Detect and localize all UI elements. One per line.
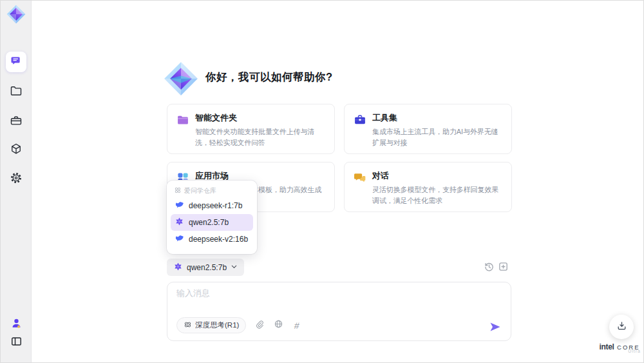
sidebar-item-panel-toggle[interactable] <box>6 332 26 353</box>
toolset-icon <box>354 113 366 126</box>
chevron-down-icon <box>231 263 238 272</box>
greeting-logo-icon <box>164 61 198 96</box>
card-text: 工具集 集成市场上主流工具，助力AI与外界无缝扩展与对接 <box>372 113 504 146</box>
topic-button[interactable]: # <box>292 320 302 331</box>
history-button[interactable] <box>484 261 495 272</box>
download-icon <box>616 320 627 334</box>
repo-grid-icon <box>175 187 181 195</box>
folder-icon <box>10 84 23 100</box>
card-title: 智能文件夹 <box>195 113 327 123</box>
model-selector-label: qwen2.5:7b <box>187 263 227 272</box>
smart-folder-icon <box>176 113 189 126</box>
model-option-deepseek-v2[interactable]: deepseek-v2:16b <box>167 231 257 248</box>
card-title: 对话 <box>372 171 504 181</box>
deep-think-label: 深度思考(R1) <box>195 320 239 330</box>
sidebar <box>1 1 32 362</box>
ultra-label: Ultra <box>594 349 641 353</box>
atom-icon <box>184 320 192 330</box>
model-dropdown-header: 爱问学仓库 <box>167 185 257 197</box>
card-title: 工具集 <box>372 113 504 123</box>
sidebar-item-chat[interactable] <box>6 52 26 72</box>
model-option-label: deepseek-v2:16b <box>189 235 248 244</box>
qwen-icon <box>175 217 184 228</box>
model-dropdown-header-label: 爱问学仓库 <box>184 186 216 195</box>
globe-icon <box>274 319 283 331</box>
greeting-text: 你好，我可以如何帮助你? <box>205 70 333 84</box>
qwen-icon <box>173 262 183 273</box>
app-logo-icon <box>6 5 26 24</box>
app-window: 你好，我可以如何帮助你? 智能文件夹 智能文件夹功能支持批量文件上传与清洗，轻松… <box>0 0 644 363</box>
model-option-label: qwen2.5:7b <box>189 218 229 227</box>
sidebar-item-models[interactable] <box>6 140 26 161</box>
download-fab-button[interactable] <box>609 315 634 339</box>
card-toolset[interactable]: 工具集 集成市场上主流工具，助力AI与外界无缝扩展与对接 <box>344 104 512 154</box>
hash-icon: # <box>294 320 300 331</box>
card-title: 应用市场 <box>195 171 327 181</box>
new-chat-button[interactable] <box>498 261 509 272</box>
card-description: 智能文件夹功能支持批量文件上传与清洗，轻松实现文件问答 <box>195 126 327 148</box>
gear-icon <box>10 172 23 187</box>
card-description: 集成市场上主流工具，助力AI与外界无缝扩展与对接 <box>372 126 504 148</box>
send-icon <box>489 324 502 335</box>
briefcase-icon <box>10 114 23 130</box>
card-smart-folder[interactable]: 智能文件夹 智能文件夹功能支持批量文件上传与清洗，轻松实现文件问答 <box>167 104 335 154</box>
user-icon <box>10 317 23 332</box>
message-composer: 深度思考(R1) # <box>167 282 511 341</box>
message-input[interactable] <box>176 288 486 298</box>
card-dialog[interactable]: 对话 灵活切换多模型文件，支持多样回复效果调试，满足个性化需求 <box>344 162 512 212</box>
deepseek-whale-icon <box>175 233 184 245</box>
sidebar-item-toolbox[interactable] <box>6 112 26 132</box>
cube-icon <box>10 142 23 158</box>
new-window-icon <box>498 263 509 274</box>
card-text: 对话 灵活切换多模型文件，支持多样回复效果调试，满足个性化需求 <box>372 171 504 204</box>
sidebar-item-folders[interactable] <box>6 82 26 103</box>
composer-controls: 深度思考(R1) # <box>176 317 302 333</box>
paperclip-icon <box>255 320 264 331</box>
attach-button[interactable] <box>254 320 265 331</box>
card-text: 智能文件夹 智能文件夹功能支持批量文件上传与清洗，轻松实现文件问答 <box>195 113 327 146</box>
model-option-deepseek-r1[interactable]: deepseek-r1:7b <box>167 197 257 214</box>
chat-bubble-icon <box>10 55 22 69</box>
deepseek-whale-icon <box>175 200 184 211</box>
history-icon <box>484 263 495 274</box>
model-selector-button[interactable]: qwen2.5:7b <box>167 259 244 276</box>
sidebar-item-settings[interactable] <box>6 169 26 190</box>
send-button[interactable] <box>489 320 502 333</box>
dialog-icon <box>354 172 366 184</box>
model-option-label: deepseek-r1:7b <box>189 201 242 210</box>
model-option-qwen[interactable]: qwen2.5:7b <box>171 214 253 231</box>
card-description: 灵活切换多模型文件，支持多样回复效果调试，满足个性化需求 <box>372 184 504 206</box>
panel-toggle-icon <box>10 335 23 350</box>
globe-button[interactable] <box>273 320 283 331</box>
model-dropdown: 爱问学仓库 deepseek-r1:7b <box>167 181 257 254</box>
deep-think-toggle[interactable]: 深度思考(R1) <box>176 317 246 333</box>
